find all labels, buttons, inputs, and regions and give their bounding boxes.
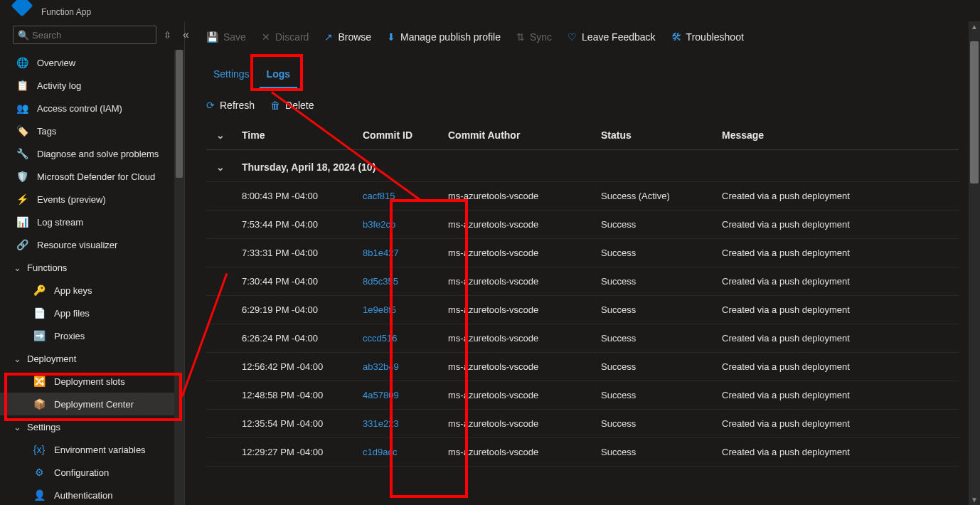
scroll-up-icon[interactable]: ▲ bbox=[969, 23, 980, 31]
table-row[interactable]: 12:48:58 PM -04:00 4a57809 ms-azuretools… bbox=[206, 381, 959, 410]
sidebar-item-overview[interactable]: 🌐Overview bbox=[0, 51, 184, 74]
sidebar-item-app-keys[interactable]: 🔑App keys bbox=[0, 279, 184, 302]
commit-link[interactable]: c1d9acc bbox=[363, 447, 397, 457]
sidebar-section-settings[interactable]: ⌄Settings bbox=[0, 415, 184, 438]
main-pane: 💾Save ✕Discard ↗Browse ⬇Manage publish p… bbox=[185, 21, 980, 505]
tab-settings[interactable]: Settings bbox=[206, 64, 257, 88]
nav-label: Deployment Center bbox=[54, 399, 134, 410]
sidebar-item-access-control-iam-[interactable]: 👥Access control (IAM) bbox=[0, 97, 184, 119]
sidebar-item-microsoft-defender-for-cloud[interactable]: 🛡️Microsoft Defender for Cloud bbox=[0, 165, 184, 188]
col-time[interactable]: Time bbox=[235, 121, 356, 150]
heart-icon: ♡ bbox=[568, 31, 577, 43]
sidebar-item-diagnose-and-solve-problems[interactable]: 🔧Diagnose and solve problems bbox=[0, 142, 184, 165]
sidebar-item-deployment-slots[interactable]: 🔀Deployment slots bbox=[0, 370, 184, 393]
cell-time: 6:26:24 PM -04:00 bbox=[235, 324, 356, 353]
delete-button[interactable]: 🗑Delete bbox=[270, 100, 314, 111]
cell-status: Success bbox=[594, 381, 715, 410]
sidebar-scrollbar[interactable] bbox=[174, 50, 184, 505]
nav-icon: 📄 bbox=[33, 307, 46, 319]
cell-message: Created via a push deployment bbox=[715, 438, 959, 467]
nav-label: Diagnose and solve problems bbox=[37, 149, 159, 159]
tab-logs[interactable]: Logs bbox=[260, 64, 297, 88]
nav-icon: 📦 bbox=[33, 398, 46, 410]
commit-link[interactable]: b3fe2cb bbox=[363, 219, 395, 230]
download-icon: ⬇ bbox=[387, 31, 395, 43]
sidebar-section-deployment[interactable]: ⌄Deployment bbox=[0, 347, 184, 370]
cell-time: 7:30:44 PM -04:00 bbox=[235, 267, 356, 296]
expand-toggle-icon[interactable]: ⇳ bbox=[161, 30, 174, 41]
sidebar-item-tags[interactable]: 🏷️Tags bbox=[0, 119, 184, 142]
main-scrollbar[interactable]: ▲ ▼ bbox=[969, 21, 980, 505]
col-commit[interactable]: Commit ID bbox=[356, 121, 441, 150]
sidebar: 🔍 ⇳ « 🌐Overview📋Activity log👥Access cont… bbox=[0, 21, 185, 505]
sidebar-item-resource-visualizer[interactable]: 🔗Resource visualizer bbox=[0, 233, 184, 256]
table-row[interactable]: 7:30:44 PM -04:00 8d5c355 ms-azuretools-… bbox=[206, 267, 959, 296]
sidebar-section-functions[interactable]: ⌄Functions bbox=[0, 256, 184, 279]
commit-link[interactable]: 4a57809 bbox=[363, 390, 399, 400]
sidebar-item-app-files[interactable]: 📄App files bbox=[0, 302, 184, 324]
col-status[interactable]: Status bbox=[594, 121, 715, 150]
table-row[interactable]: 12:56:42 PM -04:00 ab32b49 ms-azuretools… bbox=[206, 353, 959, 381]
sidebar-item-log-stream[interactable]: 📊Log stream bbox=[0, 211, 184, 233]
commit-link[interactable]: 8b1e427 bbox=[363, 248, 399, 258]
table-row[interactable]: 6:26:24 PM -04:00 cccd516 ms-azuretools-… bbox=[206, 324, 959, 353]
cell-time: 7:53:44 PM -04:00 bbox=[235, 211, 356, 239]
command-bar: 💾Save ✕Discard ↗Browse ⬇Manage publish p… bbox=[185, 21, 980, 53]
col-author[interactable]: Commit Author bbox=[441, 121, 594, 150]
nav-label: App keys bbox=[54, 285, 92, 296]
table-row[interactable]: 12:29:27 PM -04:00 c1d9acc ms-azuretools… bbox=[206, 438, 959, 467]
commit-link[interactable]: 1e9e8f5 bbox=[363, 304, 396, 315]
search-input[interactable] bbox=[32, 30, 151, 41]
feedback-button[interactable]: ♡Leave Feedback bbox=[568, 31, 656, 43]
col-message[interactable]: Message bbox=[715, 121, 959, 150]
commit-link[interactable]: cccd516 bbox=[363, 333, 397, 344]
sidebar-item-authentication[interactable]: 👤Authentication bbox=[0, 484, 184, 505]
sidebar-item-events-preview-[interactable]: ⚡Events (preview) bbox=[0, 188, 184, 211]
scroll-down-icon[interactable]: ▼ bbox=[969, 496, 980, 504]
table-row[interactable]: 12:35:54 PM -04:00 331e223 ms-azuretools… bbox=[206, 410, 959, 438]
manage-publish-button[interactable]: ⬇Manage publish profile bbox=[387, 31, 501, 43]
cell-time: 12:56:42 PM -04:00 bbox=[235, 353, 356, 381]
nav-label: Activity log bbox=[37, 80, 81, 91]
chevron-down-icon: ⌄ bbox=[13, 354, 21, 364]
table-row[interactable]: 7:33:31 PM -04:00 8b1e427 ms-azuretools-… bbox=[206, 239, 959, 267]
sidebar-search[interactable]: 🔍 bbox=[13, 26, 156, 44]
group-toggle[interactable]: ⌄ bbox=[206, 150, 235, 182]
sync-icon: ⇅ bbox=[516, 31, 525, 43]
discard-icon: ✕ bbox=[262, 31, 270, 43]
commit-link[interactable]: 331e223 bbox=[363, 418, 399, 429]
nav-icon: 🔧 bbox=[16, 148, 28, 159]
nav-label: Configuration bbox=[54, 467, 109, 478]
sidebar-item-deployment-center[interactable]: 📦Deployment Center bbox=[0, 393, 184, 415]
cell-author: ms-azuretools-vscode bbox=[441, 267, 594, 296]
cell-status: Success bbox=[594, 324, 715, 353]
tabs: Settings Logs bbox=[185, 53, 980, 88]
troubleshoot-button[interactable]: 🛠Troubleshoot bbox=[671, 31, 744, 43]
nav-icon: ⚡ bbox=[16, 193, 28, 205]
cell-message: Created via a push deployment bbox=[715, 324, 959, 353]
refresh-button[interactable]: ⟳Refresh bbox=[206, 100, 255, 111]
cell-message: Created via a push deployment bbox=[715, 381, 959, 410]
cell-time: 7:33:31 PM -04:00 bbox=[235, 239, 356, 267]
sidebar-item-proxies[interactable]: ➡️Proxies bbox=[0, 324, 184, 347]
cell-author: ms-azuretools-vscode bbox=[441, 353, 594, 381]
sidebar-item-activity-log[interactable]: 📋Activity log bbox=[0, 74, 184, 97]
nav-label: Authentication bbox=[54, 490, 112, 501]
commit-link[interactable]: cacf815 bbox=[363, 191, 395, 201]
expand-all-toggle[interactable]: ⌄ bbox=[206, 121, 235, 150]
commit-link[interactable]: 8d5c355 bbox=[363, 276, 398, 287]
table-row[interactable]: 6:29:19 PM -04:00 1e9e8f5 ms-azuretools-… bbox=[206, 296, 959, 324]
table-row[interactable]: 8:00:43 PM -04:00 cacf815 ms-azuretools-… bbox=[206, 182, 959, 211]
browse-icon: ↗ bbox=[324, 31, 333, 43]
sidebar-item-environment-variables[interactable]: {x}Environment variables bbox=[0, 438, 184, 461]
group-label: Thursday, April 18, 2024 (10) bbox=[235, 150, 959, 182]
table-row[interactable]: 7:53:44 PM -04:00 b3fe2cb ms-azuretools-… bbox=[206, 211, 959, 239]
cell-status: Success bbox=[594, 353, 715, 381]
browse-button[interactable]: ↗Browse bbox=[324, 31, 371, 43]
sidebar-item-configuration[interactable]: ⚙Configuration bbox=[0, 461, 184, 484]
nav-icon: 🛡️ bbox=[16, 171, 28, 182]
save-button: 💾Save bbox=[206, 31, 246, 43]
commit-link[interactable]: ab32b49 bbox=[363, 361, 399, 372]
nav-icon: 📊 bbox=[16, 216, 28, 228]
cell-message: Created via a push deployment bbox=[715, 296, 959, 324]
